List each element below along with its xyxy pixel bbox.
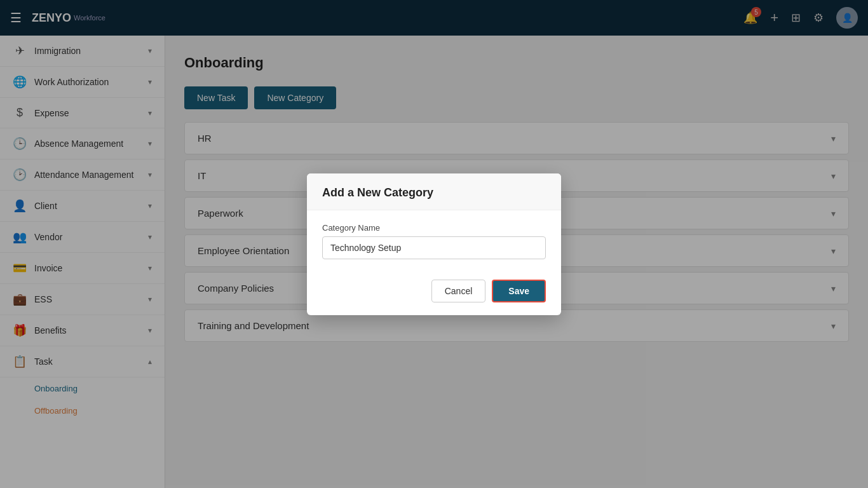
cancel-button[interactable]: Cancel: [431, 280, 486, 302]
modal-title: Add a New Category: [307, 173, 561, 210]
category-name-input[interactable]: [322, 236, 546, 259]
category-name-label: Category Name: [322, 223, 546, 233]
modal-overlay: Add a New Category Category Name Cancel …: [0, 0, 868, 488]
modal-body: Category Name: [307, 210, 561, 272]
save-button[interactable]: Save: [492, 280, 546, 302]
add-category-modal: Add a New Category Category Name Cancel …: [307, 173, 561, 315]
modal-footer: Cancel Save: [307, 272, 561, 315]
